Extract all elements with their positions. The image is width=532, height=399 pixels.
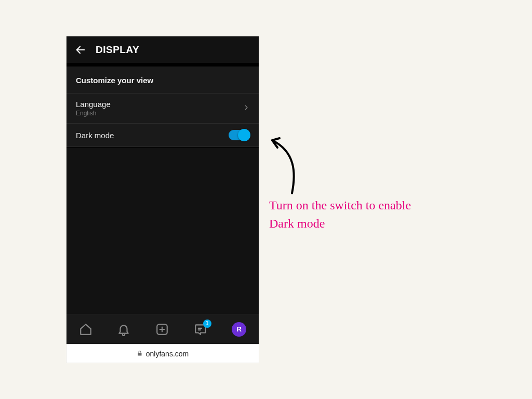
dark-mode-toggle[interactable]	[229, 130, 249, 140]
annotation-arrow	[265, 131, 307, 198]
bell-icon[interactable]	[117, 323, 130, 336]
home-icon[interactable]	[79, 323, 92, 336]
avatar[interactable]: R	[232, 322, 246, 337]
language-row[interactable]: Language English	[66, 94, 259, 124]
annotation-text: Turn on the switch to enable Dark mode	[269, 196, 425, 233]
header-bar: DISPLAY	[66, 36, 259, 63]
phone-frame: DISPLAY Customize your view Language Eng…	[66, 36, 259, 363]
chevron-right-icon	[243, 103, 249, 114]
bottom-nav: 1 R	[66, 314, 259, 344]
plus-square-icon[interactable]	[155, 323, 169, 336]
back-arrow-icon[interactable]	[75, 44, 86, 56]
page-title: DISPLAY	[96, 44, 139, 56]
lock-icon	[137, 350, 143, 358]
dark-mode-label: Dark mode	[76, 131, 114, 140]
language-label: Language	[76, 100, 111, 109]
language-value: English	[76, 110, 111, 117]
browser-url-bar[interactable]: onlyfans.com	[66, 344, 259, 363]
url-text: onlyfans.com	[146, 350, 189, 358]
empty-area	[66, 147, 259, 314]
dark-mode-row: Dark mode	[66, 124, 259, 147]
messages-icon[interactable]: 1	[194, 323, 207, 336]
messages-badge: 1	[203, 320, 211, 328]
section-heading: Customize your view	[66, 63, 259, 94]
toggle-knob	[238, 129, 250, 141]
